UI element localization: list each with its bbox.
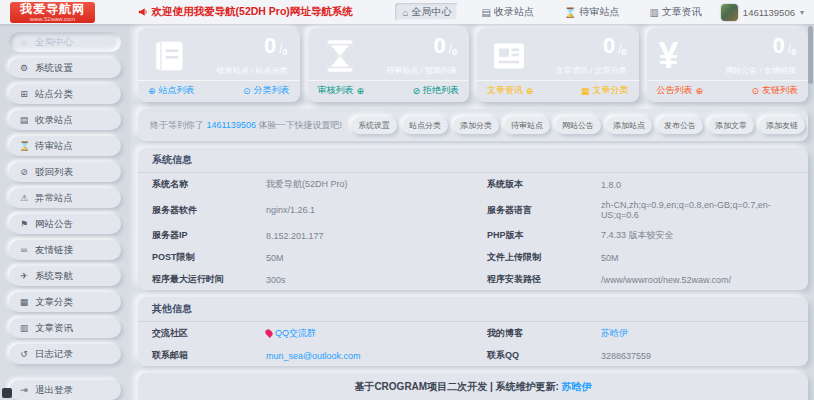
- table-row: 交流社区 QQ交流群 我的博客 苏晗伊: [138, 322, 808, 344]
- sidebar-item-friend-links[interactable]: ∞ 友情链接: [9, 240, 121, 260]
- link-label: QQ交流群: [275, 328, 316, 338]
- warning-icon: ⚠: [19, 193, 29, 203]
- info-label: PHP版本: [473, 224, 587, 246]
- system-info-panel: 系统信息 系统名称我爱导航(52DH Pro) 系统版本1.8.0 服务器软件n…: [138, 148, 808, 290]
- footer-text: 基于CROGRAM项目二次开发 | 系统维护更新:: [354, 381, 561, 392]
- site-list-link[interactable]: ⊕站点列表: [148, 84, 195, 97]
- history-icon: ↺: [19, 349, 29, 359]
- sidebar-item-included-sites[interactable]: ▤ 收录站点: [9, 110, 121, 130]
- info-label: 联系QQ: [473, 344, 587, 366]
- table-row: POST限制50M 文件上传限制50M: [138, 246, 808, 268]
- info-label: 我的博客: [473, 322, 587, 344]
- stat-links: 公告列表⊕ ⊙友链列表: [647, 80, 809, 100]
- quick-button-publish-announcement[interactable]: 发布公告: [657, 117, 703, 134]
- info-value: nginx/1.26.1: [252, 195, 473, 224]
- stat-total: 0: [621, 47, 626, 57]
- quick-button-add-category[interactable]: 添加分类: [453, 117, 499, 134]
- sidebar-item-article-categories[interactable]: ▦ 文章分类: [9, 292, 121, 312]
- panel-title: 系统信息: [138, 148, 808, 173]
- paper-plane-icon: ✈: [19, 271, 29, 281]
- sidebar-item-system-settings[interactable]: ⚙ 系统设置: [9, 58, 121, 78]
- friend-link-list-link[interactable]: ⊙友链列表: [751, 84, 798, 97]
- quick-button-system-settings[interactable]: 系统设置: [351, 117, 397, 134]
- quick-button-site-categories[interactable]: 站点分类: [402, 117, 448, 134]
- sidebar-item-global-center[interactable]: ⌂ 全局中心: [9, 32, 121, 52]
- article-category-link[interactable]: ▦文章分类: [581, 84, 629, 97]
- plus-circle-icon: ⊕: [696, 86, 704, 96]
- header-nav-included-sites[interactable]: ▤ 收录站点: [474, 3, 540, 21]
- sidebar-item-label: 退出登录: [35, 384, 73, 397]
- quick-button-add-article[interactable]: 添加文章: [708, 117, 754, 134]
- info-label: 系统名称: [138, 173, 252, 195]
- sidebar-item-label: 驳回列表: [35, 166, 73, 179]
- quick-button-add-site[interactable]: 添加站点: [606, 117, 652, 134]
- table-row: 程序最大运行时间300s 程序安装路径/www/wwwroot/new.52wa…: [138, 268, 808, 290]
- grid-icon: ▦: [19, 297, 29, 307]
- link-label: 站点列表: [159, 84, 195, 97]
- maintainer-link[interactable]: 苏晗伊: [562, 381, 592, 392]
- greeting-suffix: 体验一下快捷设置吧!: [256, 120, 342, 130]
- info-label: 服务器软件: [138, 195, 252, 224]
- sidebar-item-articles[interactable]: ▥ 文章资讯: [9, 318, 121, 338]
- stat-subtitle: 收录站点 / 站点分类: [217, 65, 288, 76]
- stat-subtitle: 文章资讯 / 文章分类: [556, 65, 627, 76]
- article-news-link[interactable]: 文章资讯⊕: [487, 84, 534, 97]
- sidebar-item-pending-sites[interactable]: ⌛ 待审站点: [9, 136, 121, 156]
- stat-subtitle: 待审站点 / 驳回列表: [386, 65, 457, 76]
- category-icon: ⊞: [19, 89, 29, 99]
- panel-title: 其他信息: [138, 297, 808, 322]
- logout-icon: ⇥: [19, 385, 29, 395]
- header-nav-articles[interactable]: ▥ 文章资讯: [642, 3, 708, 21]
- header-nav-global-center[interactable]: ⌂ 全局中心: [395, 3, 458, 21]
- greeting-username-link[interactable]: 1461139506: [207, 120, 256, 130]
- contact-email-link[interactable]: mun_sea@outlook.com: [266, 351, 361, 361]
- category-list-link[interactable]: ⊙分类列表: [243, 84, 290, 97]
- stat-card-body: 0/0 文章资讯 / 文章分类: [477, 28, 639, 80]
- top-header: 我爱导航网 www.52waw.com 欢迎使用我爱导航(52DH Pro)网址…: [0, 0, 814, 24]
- sidebar-item-logout[interactable]: ⇥ 退出登录: [9, 380, 121, 400]
- info-value: 50M: [587, 246, 808, 268]
- sidebar-item-label: 友情链接: [35, 244, 73, 257]
- brand-title: 我爱导航网: [20, 3, 85, 15]
- announcement-list-link[interactable]: 公告列表⊕: [657, 84, 704, 97]
- system-info-table: 系统名称我爱导航(52DH Pro) 系统版本1.8.0 服务器软件nginx/…: [138, 173, 808, 290]
- link-label: 文章分类: [593, 84, 629, 97]
- brand-logo[interactable]: 我爱导航网 www.52waw.com: [10, 2, 95, 23]
- info-label: 联系邮箱: [138, 344, 252, 366]
- sidebar-item-site-categories[interactable]: ⊞ 站点分类: [9, 84, 121, 104]
- announcement-text: 欢迎使用我爱导航(52DH Pro)网址导航系统: [152, 5, 353, 19]
- info-value: 300s: [252, 268, 473, 290]
- info-label: 系统版本: [473, 173, 587, 195]
- sidebar-item-system-navigation[interactable]: ✈ 系统导航: [9, 266, 121, 286]
- sidebar-item-label: 系统设置: [35, 62, 73, 75]
- qq-group-link[interactable]: QQ交流群: [266, 328, 316, 338]
- review-list-link[interactable]: 审核列表⊕: [318, 84, 365, 97]
- stat-total: 0: [791, 47, 796, 57]
- scrollbar-thumb[interactable]: [808, 26, 813, 84]
- stat-value: 0: [772, 33, 784, 58]
- user-menu[interactable]: 1461139506 ▾: [721, 4, 804, 21]
- book-icon: [150, 36, 190, 76]
- brand-subtitle: www.52waw.com: [20, 16, 85, 22]
- sidebar-item-rejected-list[interactable]: ⊘ 驳回列表: [9, 162, 121, 182]
- info-label: 程序安装路径: [473, 268, 587, 290]
- quick-button-pending-sites[interactable]: 待审站点: [504, 117, 550, 134]
- info-value: 8.152.201.177: [252, 224, 473, 246]
- sidebar-item-logs[interactable]: ↺ 日志记录: [9, 344, 121, 364]
- sidebar-item-label: 异常站点: [35, 192, 73, 205]
- quick-button-add-friend-link[interactable]: 添加友链: [759, 117, 805, 134]
- header-nav: ⌂ 全局中心 ▤ 收录站点 ⌛ 待审站点 ▥ 文章资讯: [395, 3, 708, 21]
- header-nav-pending-sites[interactable]: ⌛ 待审站点: [557, 3, 626, 21]
- book-icon: ▤: [481, 7, 490, 18]
- stat-total: 0: [452, 47, 457, 57]
- table-row: 联系邮箱 mun_sea@outlook.com 联系QQ 3288637559: [138, 344, 808, 366]
- info-value: 7.4.33 版本较安全: [587, 224, 808, 246]
- rejected-list-link[interactable]: ⊘拒绝列表: [412, 84, 459, 97]
- blog-link[interactable]: 苏晗伊: [601, 328, 628, 338]
- table-row: 服务器软件nginx/1.26.1 服务器语言zh-CN,zh;q=0.9,en…: [138, 195, 808, 224]
- sidebar-item-abnormal-sites[interactable]: ⚠ 异常站点: [9, 188, 121, 208]
- gear-icon: ⚙: [19, 63, 29, 73]
- sidebar-item-site-announcements[interactable]: ⚑ 网站公告: [9, 214, 121, 234]
- quick-button-site-announcements[interactable]: 网站公告: [555, 117, 601, 134]
- info-label: POST限制: [138, 246, 252, 268]
